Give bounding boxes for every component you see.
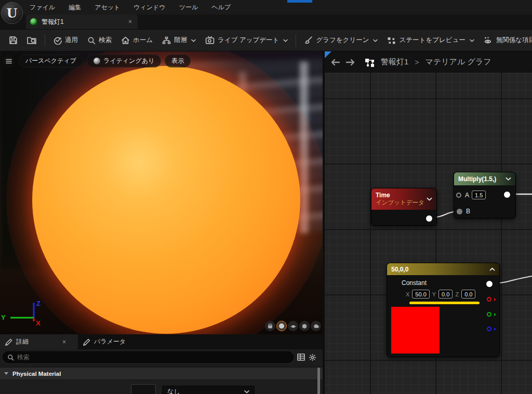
- show-label: 表示: [171, 57, 184, 65]
- details-search-box[interactable]: [3, 351, 294, 363]
- time-node[interactable]: Time インプットデータ: [371, 188, 437, 226]
- details-tab-bar: 詳細 × パラメータ: [0, 334, 323, 349]
- multiply-a-value[interactable]: 1.5: [472, 191, 486, 199]
- menu-help[interactable]: ヘルプ: [211, 3, 231, 12]
- phys-material-dropdown[interactable]: なし: [162, 386, 255, 394]
- constant-r-pin-nub: [494, 298, 496, 301]
- time-output-pin[interactable]: [426, 215, 432, 222]
- forward-arrow-icon[interactable]: [345, 59, 356, 66]
- perspective-label: パースペクティブ: [25, 57, 76, 65]
- time-node-header: Time インプットデータ: [371, 188, 436, 210]
- time-node-title: Time: [376, 192, 424, 199]
- axis-gizmo: Z Y X: [0, 298, 47, 329]
- section-label: Physical Material: [12, 371, 61, 377]
- hierarchy-button[interactable]: 階層: [157, 33, 201, 48]
- hide-unrelated-button[interactable]: 無関係な項目を表: [479, 33, 532, 48]
- x-value[interactable]: 50.0: [412, 290, 429, 298]
- magnifier-icon: [87, 36, 96, 45]
- view-mode-dropdown[interactable]: ライティングあり: [87, 55, 161, 67]
- multiply-a-label: A: [465, 192, 469, 199]
- live-update-label: ライブ アップデート: [218, 36, 279, 45]
- chevron-down-icon: [373, 39, 378, 42]
- constant-r-pin[interactable]: [487, 297, 491, 302]
- brush-icon: [304, 36, 313, 45]
- multiply-b-label: B: [466, 208, 470, 215]
- details-search-input[interactable]: [17, 354, 289, 361]
- browse-to-asset-button[interactable]: [22, 33, 42, 48]
- multiply-node[interactable]: Multiply(1.5,) A 1.5 B: [454, 172, 516, 219]
- tab-parameters[interactable]: パラメータ: [78, 334, 131, 349]
- custom-mesh-button[interactable]: [311, 321, 321, 331]
- circle-check-icon: [53, 36, 62, 45]
- constant-b-pin-nub: [494, 328, 496, 331]
- folder-search-icon: [27, 36, 37, 45]
- lit-mode-label: ライティングあり: [103, 57, 154, 65]
- search-button[interactable]: 検索: [83, 33, 116, 48]
- cylinder-mesh-button[interactable]: [265, 321, 275, 331]
- constant-slider-bar[interactable]: [409, 302, 480, 304]
- multiply-input-a-pin[interactable]: [456, 193, 461, 198]
- tab-details[interactable]: 詳細 ×: [0, 334, 78, 349]
- multiply-output-pin[interactable]: [504, 192, 510, 198]
- phys-material-thumbnail[interactable]: [131, 384, 156, 394]
- constant-b-pin[interactable]: [487, 327, 491, 331]
- constant-output-pin[interactable]: [486, 281, 493, 287]
- menu-bar: ファイル 編集 アセット ウィンドウ ツール ヘルプ: [0, 0, 532, 15]
- constant-g-pin-nub: [494, 313, 496, 316]
- home-button[interactable]: ホーム: [116, 33, 157, 48]
- graph-breadcrumb-bar: 警報灯1 > マテリアル グラフ: [325, 51, 532, 73]
- preview-viewport[interactable]: パースペクティブ ライティングあり 表示: [0, 51, 323, 334]
- gear-icon[interactable]: [309, 354, 316, 361]
- viewport-menu-button[interactable]: [2, 55, 15, 67]
- menu-file[interactable]: ファイル: [30, 3, 55, 12]
- editor-toolbar: 適用 検索 ホーム 階層 ライブ アップデート グラフをクリーン ステー: [0, 29, 532, 51]
- chevron-down-icon: [427, 197, 432, 201]
- tv-icon: [205, 36, 215, 45]
- home-label: ホーム: [133, 36, 153, 45]
- breadcrumb-root[interactable]: 警報灯1: [381, 57, 408, 67]
- asset-tab-title: 警報灯1: [42, 18, 64, 26]
- asset-tab-bar: 警報灯1 ×: [0, 15, 532, 29]
- preview-state-button[interactable]: ステートをプレビュー: [382, 33, 478, 48]
- save-button[interactable]: [4, 33, 22, 48]
- table-grid-icon[interactable]: [297, 354, 305, 361]
- z-value[interactable]: 0.0: [461, 290, 475, 298]
- sphere-mesh-button[interactable]: [276, 321, 287, 331]
- breadcrumb-current[interactable]: マテリアル グラフ: [425, 57, 491, 67]
- menu-edit[interactable]: 編集: [69, 3, 81, 12]
- save-icon: [9, 36, 18, 45]
- hamburger-icon: [6, 59, 12, 64]
- unreal-engine-logo-icon: U: [1, 2, 23, 24]
- preview-state-label: ステートをプレビュー: [399, 36, 465, 45]
- asset-tab-keihoto1[interactable]: 警報灯1 ×: [26, 15, 138, 29]
- menu-window[interactable]: ウィンドウ: [134, 3, 165, 12]
- details-tab-close-icon[interactable]: ×: [62, 338, 66, 346]
- section-physical-material[interactable]: Physical Material: [0, 367, 323, 379]
- menu-asset[interactable]: アセット: [95, 3, 120, 12]
- details-scrollbar[interactable]: [317, 368, 320, 394]
- y-value[interactable]: 0.0: [438, 290, 453, 298]
- constant-g-pin[interactable]: [487, 312, 491, 317]
- constant-node-header: 50,0,0: [387, 263, 499, 275]
- tab-close-icon[interactable]: ×: [127, 18, 134, 25]
- menu-tools[interactable]: ツール: [179, 3, 198, 12]
- search-label: 検索: [99, 36, 112, 45]
- perspective-dropdown[interactable]: パースペクティブ: [19, 55, 83, 67]
- cube-mesh-button[interactable]: [299, 321, 310, 331]
- multiply-input-b-pin[interactable]: [457, 209, 462, 214]
- show-dropdown[interactable]: 表示: [165, 55, 191, 67]
- plane-mesh-button[interactable]: [288, 321, 298, 331]
- back-arrow-icon[interactable]: [330, 59, 340, 66]
- constant-node[interactable]: 50,0,0 Constant X 50.0 Y 0.0 Z 0.0: [387, 263, 500, 357]
- apply-label: 適用: [65, 36, 78, 45]
- live-update-button[interactable]: ライブ アップデート: [201, 33, 292, 48]
- chevron-down-icon: [470, 39, 474, 42]
- clean-graph-button[interactable]: グラフをクリーン: [299, 33, 382, 48]
- details-panel: 詳細 × パラメータ Physical Material Phys Materi…: [0, 334, 323, 394]
- details-tab-label: 詳細: [16, 337, 29, 346]
- chevron-down-icon: [283, 39, 288, 42]
- preview-mesh-buttons: [265, 321, 321, 331]
- hide-unrelated-label: 無関係な項目を表: [496, 36, 532, 45]
- material-graph-panel[interactable]: Time インプットデータ Multiply(1.5,) A 1.5 B: [325, 51, 532, 394]
- apply-button[interactable]: 適用: [48, 33, 83, 48]
